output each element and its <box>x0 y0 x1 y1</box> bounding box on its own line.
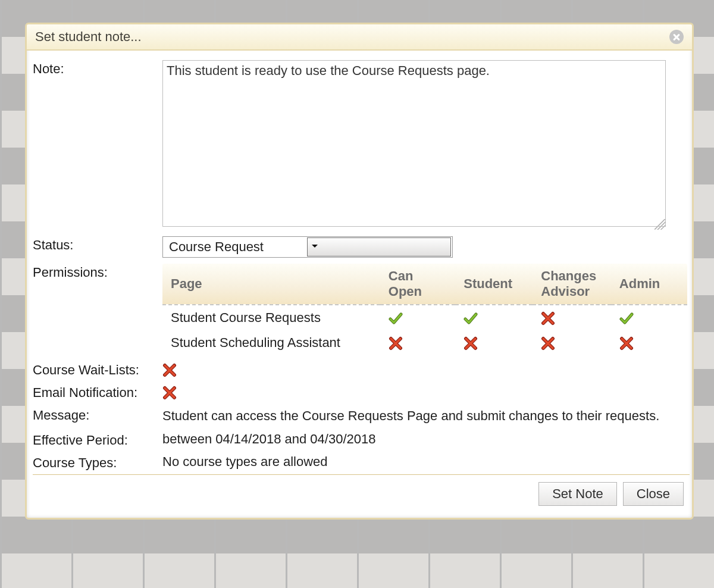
perm-can-open-toggle[interactable] <box>389 311 403 326</box>
status-selected-value: Course Request <box>163 239 306 255</box>
perm-changes-advisor-toggle[interactable] <box>541 336 555 351</box>
perm-student-toggle[interactable] <box>464 336 478 351</box>
set-note-button[interactable]: Set Note <box>538 482 617 506</box>
email-toggle[interactable] <box>162 386 177 400</box>
perm-can-open-toggle[interactable] <box>389 336 403 351</box>
footer-divider <box>33 474 690 475</box>
wait-lists-label: Course Wait-Lists: <box>33 361 162 378</box>
perm-col-page: Page <box>162 264 380 305</box>
note-label: Note: <box>33 60 162 77</box>
perm-col-changes-advisor: ChangesAdvisor <box>533 264 611 305</box>
perm-student-toggle[interactable] <box>464 311 478 326</box>
perm-admin-toggle[interactable] <box>619 311 634 326</box>
course-types-value: No course types are allowed <box>162 454 690 470</box>
effective-label: Effective Period: <box>33 431 162 448</box>
close-icon[interactable] <box>669 30 684 44</box>
close-button[interactable]: Close <box>623 482 684 506</box>
perm-changes-advisor-toggle[interactable] <box>541 311 555 326</box>
perm-admin-toggle[interactable] <box>619 336 634 351</box>
note-textarea[interactable] <box>162 60 666 227</box>
dialog-titlebar: Set student note... <box>27 24 692 51</box>
chevron-down-icon[interactable] <box>307 237 451 257</box>
status-select[interactable]: Course Request <box>162 236 453 258</box>
wait-lists-toggle[interactable] <box>162 363 177 377</box>
perm-col-student: Student <box>455 264 533 305</box>
perm-col-can-open: CanOpen <box>380 264 455 305</box>
perm-col-admin: Admin <box>611 264 687 305</box>
email-label: Email Notification: <box>33 384 162 401</box>
permissions-label: Permissions: <box>33 264 162 280</box>
table-row: Student Course Requests <box>162 305 687 330</box>
set-student-note-dialog: Set student note... Note: Status: Course… <box>25 23 694 520</box>
message-label: Message: <box>33 406 162 423</box>
dialog-footer: Set Note Close <box>33 480 690 513</box>
permissions-table: Page CanOpen Student ChangesAdvisor Admi… <box>162 264 687 355</box>
status-label: Status: <box>33 236 162 253</box>
effective-value: between 04/14/2018 and 04/30/2018 <box>162 431 690 447</box>
perm-page-name: Student Scheduling Assistant <box>162 330 380 355</box>
course-types-label: Course Types: <box>33 454 162 471</box>
message-value: Student can access the Course Requests P… <box>162 406 679 426</box>
table-row: Student Scheduling Assistant <box>162 330 687 355</box>
dialog-title: Set student note... <box>35 29 142 45</box>
perm-page-name: Student Course Requests <box>162 305 380 330</box>
